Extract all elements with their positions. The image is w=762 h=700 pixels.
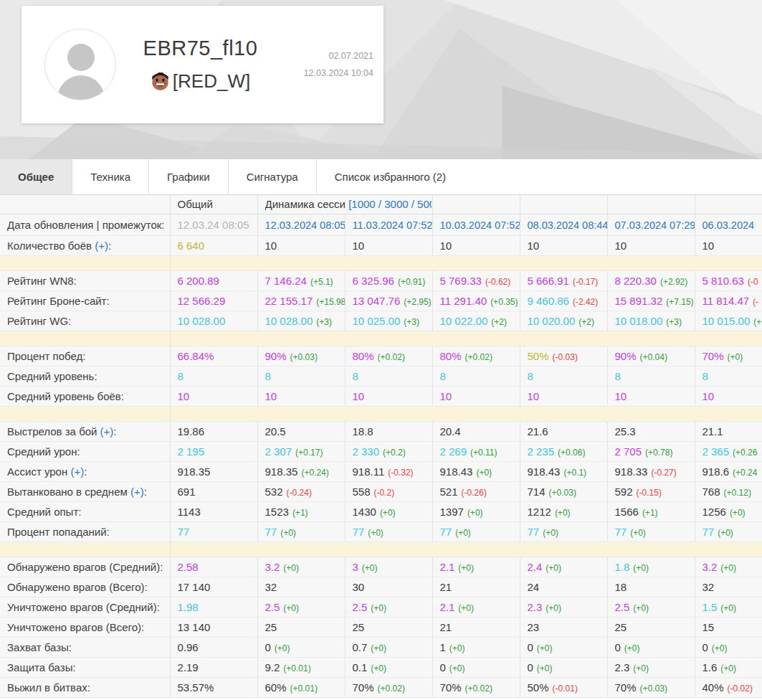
stat-value: 2.5: [353, 601, 368, 613]
stat-delta: (+0): [720, 603, 736, 613]
stat-label: Выжил в битвах:: [0, 677, 170, 697]
stat-cell: 9 460.86(-2.42): [520, 290, 607, 311]
stat-cell: 8: [257, 366, 345, 386]
stat-value: 918.11: [353, 465, 385, 478]
stat-label: Захват базы:: [0, 637, 170, 657]
stat-delta: (+0.24: [733, 468, 757, 478]
stat-cell: 19.86: [170, 421, 257, 441]
stat-value: 80%: [440, 350, 462, 362]
session-date-link[interactable]: 06.03.2024: [703, 219, 755, 231]
date-row: Дата обновления | промежуток: 12.03.24 0…: [0, 214, 762, 235]
expand-link[interactable]: (+): [100, 425, 114, 438]
session-date-link[interactable]: 12.03.2024 08:05: [265, 219, 346, 231]
stat-value: 10: [353, 240, 365, 252]
stat-cell: 558(-0.2): [345, 481, 432, 501]
stat-value: 0.96: [178, 641, 199, 653]
stat-delta: (+0.02): [465, 684, 492, 694]
stat-cell: 12 566.29: [170, 290, 257, 311]
stat-value: 8: [353, 370, 358, 382]
stat-row: Количество боёв (+):6 640101010101010: [0, 235, 762, 255]
stat-row: Ассист урон (+):918.35918.35(+0.24)918.1…: [0, 461, 762, 481]
stat-value: 10: [440, 390, 452, 402]
stat-value: 90%: [615, 350, 637, 362]
stat-cell: 22 155.17(+15.98): [257, 290, 345, 311]
stat-cell: 0(+0): [432, 657, 520, 677]
stat-value: 1.6: [703, 661, 718, 673]
stat-row: Защита базы:2.199.2(+0.01)0.1(+0)0(+0)0(…: [0, 657, 762, 677]
stat-row: Вытанковано в среднем (+):691532(-0.24)5…: [0, 481, 762, 501]
stat-value: 19.86: [178, 425, 205, 438]
stat-delta: (+0.1): [563, 468, 586, 478]
stat-cell: 918.43(+0.1): [520, 461, 607, 481]
stat-value: 558: [353, 486, 371, 498]
expand-link[interactable]: (+): [130, 486, 144, 498]
stat-delta: (+0.02): [465, 352, 492, 362]
stat-cell: 40%(-0.02): [695, 677, 762, 697]
overall-column-header: Общий: [170, 195, 257, 214]
stat-value: 0: [265, 641, 271, 653]
stat-value: 50%: [528, 350, 549, 362]
stat-label: Рейтинг Броне-сайт:: [0, 290, 170, 311]
stat-delta: (+2.92): [660, 277, 687, 287]
stat-value: 918.43: [440, 465, 473, 478]
stat-value: 70%: [615, 681, 637, 694]
stat-cell: 18: [607, 577, 695, 597]
stat-value: 10 028.00: [265, 315, 313, 327]
stat-cell: 5 810.63(-0: [695, 270, 762, 290]
stat-value: 1566: [615, 506, 639, 518]
stat-delta: (+0.12): [724, 488, 751, 498]
stat-label: Количество боёв (+):: [0, 235, 170, 255]
stat-delta: (+0): [476, 468, 492, 478]
stat-delta: (+0): [449, 663, 465, 673]
expand-link[interactable]: (+): [95, 240, 108, 252]
session-config-link[interactable]: [1000 / 3000 / 500]: [348, 198, 431, 210]
stat-row: Средний уровень:8888888: [0, 366, 762, 386]
stat-cell: 0(+0): [520, 657, 607, 677]
stat-delta: (+0): [283, 563, 299, 573]
tab-charts[interactable]: Графики: [149, 159, 229, 194]
session-date-link[interactable]: 11.03.2024 07:52: [353, 219, 433, 231]
stat-value: 70%: [703, 350, 724, 362]
tab-general[interactable]: Общее: [0, 159, 72, 194]
stat-value: 0.1: [353, 661, 368, 673]
stat-value: 8: [178, 370, 184, 382]
stat-value: 2.5: [265, 601, 280, 613]
stat-cell: 70%(+0.03): [607, 677, 695, 697]
stat-value: 3.2: [265, 561, 280, 573]
stat-cell: 13 047.76(+2.95): [345, 290, 432, 311]
stat-value: 8: [615, 370, 621, 382]
stat-cell: 10: [607, 235, 695, 255]
stat-value: 2 195: [178, 445, 205, 458]
tab-favorites[interactable]: Список избранного (2): [317, 159, 464, 194]
session-date-link[interactable]: 10.03.2024 07:52: [440, 219, 520, 231]
stat-cell: 6 325.96(+0.91): [345, 270, 432, 290]
stat-cell: 714(+0.03): [520, 481, 607, 501]
session-date-link[interactable]: 08.03.2024 08:44: [528, 219, 608, 231]
clan-emblem-icon: [151, 72, 170, 91]
stat-value: 10: [178, 390, 190, 402]
tab-signature[interactable]: Сигнатура: [229, 159, 317, 194]
tab-vehicles[interactable]: Техника: [72, 159, 149, 194]
clan-tag: [RED_W]: [173, 70, 250, 93]
stat-delta: (+15.98): [316, 297, 345, 307]
stat-value: 714: [528, 486, 546, 498]
stat-cell: 1256(+0): [695, 501, 762, 521]
stat-cell: 70%(+0.02): [432, 677, 520, 697]
stat-cell: 1397(+0): [432, 501, 520, 521]
spacer-row: [0, 406, 762, 421]
session-date-link[interactable]: 07.03.2024 07:29: [615, 219, 695, 231]
stat-row: Рейтинг WN8:6 200.897 146.24(+5.1)6 325.…: [0, 270, 762, 290]
stat-delta: (-0.24): [287, 488, 312, 498]
stat-cell: 90%(+0.04): [607, 346, 695, 366]
stat-cell: 8: [607, 366, 695, 386]
stat-value: 50%: [528, 681, 549, 694]
expand-link[interactable]: (+): [70, 465, 84, 478]
stat-label: Обнаружено врагов (Всего):: [0, 577, 170, 597]
stat-cell: 2.1(+0): [432, 557, 520, 577]
stat-value: 8: [265, 370, 271, 382]
stat-delta: (+0): [368, 528, 384, 538]
stat-value: 66.84%: [178, 350, 214, 362]
stat-cell: 0(+0): [695, 637, 762, 657]
stat-delta: (-0.26): [462, 488, 487, 498]
stat-delta: (+0.91): [398, 277, 425, 287]
